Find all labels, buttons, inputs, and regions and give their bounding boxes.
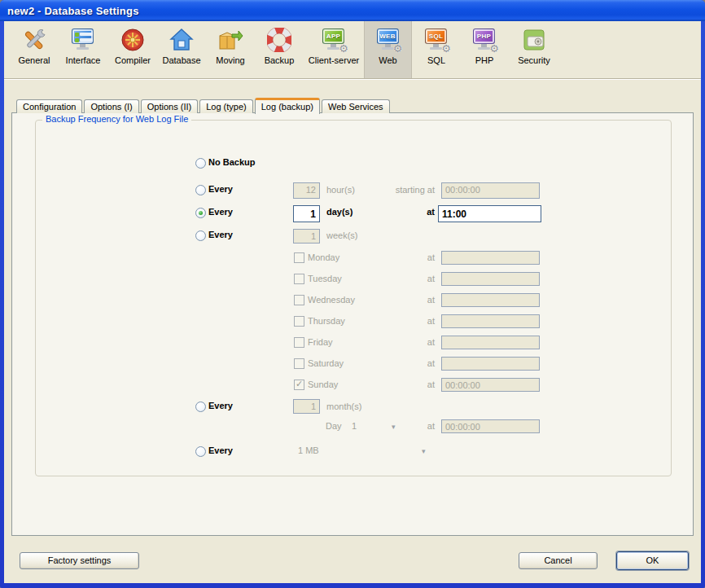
toolbar-label-client-server: Client-server — [309, 55, 359, 65]
dialog-client-area: General Interface — [4, 21, 701, 583]
saturday-at-label: at — [363, 358, 435, 368]
toolbar-item-general[interactable]: General — [11, 21, 58, 78]
wednesday-time-field — [441, 293, 540, 307]
checkbox-friday — [294, 337, 304, 348]
days-count-input[interactable] — [293, 205, 320, 222]
toolbar-item-moving[interactable]: Moving — [206, 21, 255, 78]
toolbar-item-database[interactable]: Database — [157, 21, 206, 78]
window-title: new2 - Database Settings — [7, 5, 139, 17]
ok-button[interactable]: OK — [616, 551, 689, 570]
thursday-label: Thursday — [308, 316, 345, 326]
settings-category-toolbar: General Interface — [4, 21, 701, 79]
days-at-label: at — [363, 207, 435, 217]
tab-web-services[interactable]: Web Services — [322, 99, 390, 113]
month-day-label: Day — [326, 421, 342, 431]
backup-frequency-groupbox: Backup Frequency for Web Log File No Bac… — [35, 120, 672, 476]
tools-icon — [20, 27, 49, 53]
tuesday-at-label: at — [363, 274, 435, 283]
friday-time-field — [441, 336, 540, 349]
sunday-label: Sunday — [308, 380, 338, 389]
gear-icon: ⚙ — [441, 43, 451, 54]
web-monitor-icon: WEB ⚙ — [374, 27, 403, 53]
every-weeks-label: Every — [208, 230, 233, 239]
toolbar-label-sql: SQL — [427, 55, 445, 65]
tuesday-time-field — [441, 272, 540, 286]
php-monitor-icon: PHP ⚙ — [470, 27, 499, 53]
every-days-label: Every — [208, 207, 233, 217]
toolbar-item-compiler[interactable]: Compiler — [108, 21, 157, 78]
database-house-icon — [167, 27, 196, 53]
hours-start-time-field: 00:00:00 — [441, 182, 540, 199]
settings-tab-strip: Configuration Options (I) Options (II) L… — [16, 97, 392, 113]
groupbox-title: Backup Frequency for Web Log File — [42, 114, 191, 124]
thursday-time-field — [441, 314, 540, 328]
gear-icon: ⚙ — [489, 43, 499, 54]
thursday-at-label: at — [363, 316, 435, 326]
radio-every-weeks[interactable] — [195, 230, 206, 241]
toolbar-label-general: General — [18, 55, 50, 65]
toolbar-item-interface[interactable]: Interface — [58, 21, 108, 78]
starting-at-label: starting at — [363, 185, 435, 195]
size-value-label: 1 MB — [298, 445, 319, 455]
tab-log-backup[interactable]: Log (backup) — [255, 98, 320, 114]
toolbar-item-php[interactable]: PHP ⚙ PHP — [461, 21, 508, 78]
app-monitor-icon: APP ⚙ — [319, 27, 348, 53]
month-day-value: 1 — [352, 421, 357, 431]
gear-icon: ⚙ — [339, 43, 348, 54]
radio-no-backup[interactable] — [195, 158, 206, 169]
days-time-input[interactable] — [438, 205, 541, 222]
toolbar-label-backup: Backup — [265, 55, 295, 65]
lifebuoy-icon — [265, 27, 294, 53]
security-icon — [519, 27, 549, 53]
titlebar[interactable]: new2 - Database Settings — [0, 0, 705, 21]
compiler-wheel-icon — [118, 27, 147, 53]
factory-settings-button[interactable]: Factory settings — [20, 552, 139, 569]
checkbox-sunday — [294, 380, 304, 390]
saturday-label: Saturday — [308, 358, 344, 368]
size-dropdown-arrow-icon: ▾ — [422, 447, 426, 455]
months-unit-label: month(s) — [326, 402, 361, 411]
hours-unit-label: hour(s) — [326, 185, 355, 195]
moving-box-icon — [216, 27, 245, 53]
toolbar-label-interface: Interface — [66, 55, 101, 65]
cancel-button[interactable]: Cancel — [519, 552, 598, 569]
friday-at-label: at — [363, 337, 435, 347]
every-months-label: Every — [208, 401, 233, 410]
toolbar-label-security: Security — [518, 55, 550, 65]
weeks-count-field: 1 — [293, 229, 320, 244]
radio-every-hours[interactable] — [195, 185, 206, 195]
gear-icon: ⚙ — [393, 43, 403, 54]
toolbar-label-web: Web — [379, 55, 396, 65]
checkbox-tuesday — [294, 274, 304, 284]
checkbox-monday — [294, 252, 304, 263]
hours-count-field: 12 — [293, 182, 320, 199]
saturday-time-field — [441, 357, 540, 371]
toolbar-item-client-server[interactable]: APP ⚙ Client-server — [304, 21, 364, 78]
radio-every-days[interactable] — [195, 208, 206, 218]
tab-options-2[interactable]: Options (II) — [141, 99, 198, 113]
checkbox-thursday — [294, 316, 304, 327]
tab-configuration[interactable]: Configuration — [16, 99, 82, 113]
checkbox-saturday — [294, 358, 304, 369]
every-hours-label: Every — [208, 184, 233, 194]
sql-monitor-icon: SQL ⚙ — [422, 27, 451, 53]
toolbar-label-database: Database — [162, 55, 200, 65]
tab-log-type[interactable]: Log (type) — [199, 99, 253, 113]
toolbar-item-backup[interactable]: Backup — [255, 21, 304, 78]
dialog-window: new2 - Database Settings General — [0, 0, 705, 588]
toolbar-item-sql[interactable]: SQL ⚙ SQL — [412, 21, 461, 78]
radio-every-months[interactable] — [195, 402, 206, 412]
toolbar-item-security[interactable]: Security — [508, 21, 560, 78]
month-at-label: at — [363, 421, 435, 431]
friday-label: Friday — [308, 337, 333, 347]
days-unit-label: day(s) — [326, 207, 352, 217]
toolbar-item-web[interactable]: WEB ⚙ Web — [364, 21, 412, 78]
tuesday-label: Tuesday — [308, 274, 342, 283]
month-time-field: 00:00:00 — [441, 419, 540, 433]
toolbar-label-php: PHP — [475, 55, 494, 65]
tab-options-1[interactable]: Options (I) — [84, 99, 138, 113]
weeks-unit-label: week(s) — [326, 230, 358, 240]
wednesday-at-label: at — [363, 295, 435, 305]
monday-label: Monday — [308, 252, 339, 262]
radio-every-size[interactable] — [195, 446, 206, 457]
